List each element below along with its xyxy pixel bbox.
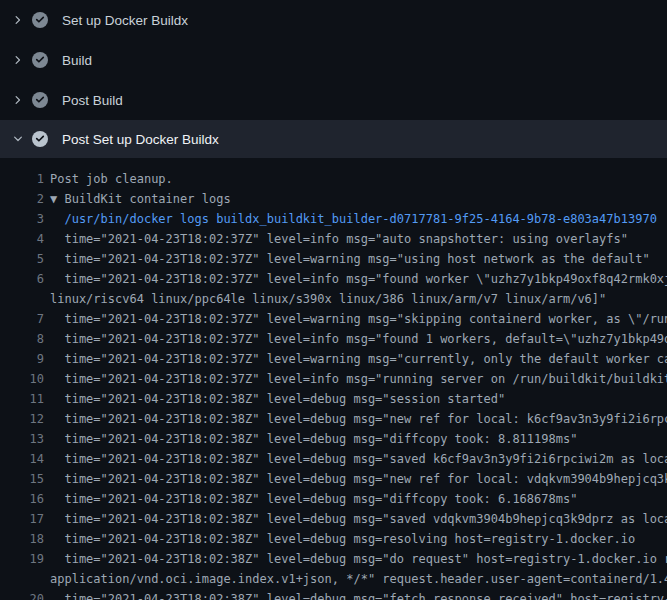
log-line-text: linux/riscv64 linux/ppc64le linux/s390x … bbox=[50, 289, 606, 309]
log-row: 17 time="2021-04-23T18:02:38Z" level=deb… bbox=[0, 509, 667, 529]
log-line-text: time="2021-04-23T18:02:38Z" level=debug … bbox=[50, 549, 667, 569]
log-line-number[interactable]: 7 bbox=[0, 309, 44, 329]
log-line-text: time="2021-04-23T18:02:37Z" level=info m… bbox=[50, 369, 667, 389]
log-line-number[interactable]: 11 bbox=[0, 389, 44, 409]
log-line-number[interactable]: 13 bbox=[0, 429, 44, 449]
log-line-text: time="2021-04-23T18:02:37Z" level=info m… bbox=[50, 329, 667, 349]
chevron-right-icon bbox=[10, 92, 26, 108]
log-row: 11 time="2021-04-23T18:02:38Z" level=deb… bbox=[0, 389, 667, 409]
check-circle-icon bbox=[32, 12, 48, 28]
log-row: application/vnd.oci.image.index.v1+json,… bbox=[0, 569, 667, 589]
log-line-number[interactable]: 12 bbox=[0, 409, 44, 429]
log-row: 18 time="2021-04-23T18:02:38Z" level=deb… bbox=[0, 529, 667, 549]
log-row: 20 time="2021-04-23T18:02:38Z" level=deb… bbox=[0, 589, 667, 600]
check-circle-icon bbox=[32, 52, 48, 68]
chevron-down-icon bbox=[10, 131, 26, 147]
log-line-text: time="2021-04-23T18:02:38Z" level=debug … bbox=[50, 529, 635, 549]
log-row: 14 time="2021-04-23T18:02:38Z" level=deb… bbox=[0, 449, 667, 469]
log-line-text: time="2021-04-23T18:02:38Z" level=debug … bbox=[50, 389, 505, 409]
log-line-number[interactable]: 19 bbox=[0, 549, 44, 569]
step-header-post-build[interactable]: Post Build bbox=[0, 80, 667, 120]
log-row: 9 time="2021-04-23T18:02:37Z" level=warn… bbox=[0, 349, 667, 369]
log-line-text: time="2021-04-23T18:02:38Z" level=debug … bbox=[50, 429, 577, 449]
log-line-text[interactable]: ▼ BuildKit container logs bbox=[50, 189, 231, 209]
actions-log-viewer: Set up Docker Buildx Build Post Build bbox=[0, 0, 667, 600]
log-row: 10 time="2021-04-23T18:02:37Z" level=inf… bbox=[0, 369, 667, 389]
log-line-text: time="2021-04-23T18:02:38Z" level=debug … bbox=[50, 589, 667, 600]
log-line-text: time="2021-04-23T18:02:37Z" level=warnin… bbox=[50, 249, 650, 269]
log-line-number[interactable]: 20 bbox=[0, 589, 44, 600]
step-header-build[interactable]: Build bbox=[0, 40, 667, 80]
check-circle-icon bbox=[32, 131, 48, 147]
log-line-number[interactable]: 8 bbox=[0, 329, 44, 349]
log-row: 7 time="2021-04-23T18:02:37Z" level=warn… bbox=[0, 309, 667, 329]
check-circle-icon bbox=[32, 92, 48, 108]
log-line-number[interactable]: 6 bbox=[0, 269, 44, 289]
step-label: Set up Docker Buildx bbox=[62, 13, 188, 28]
chevron-right-icon bbox=[10, 52, 26, 68]
log-line-text: time="2021-04-23T18:02:38Z" level=debug … bbox=[50, 409, 667, 429]
log-line-number[interactable]: 3 bbox=[0, 209, 44, 229]
chevron-right-icon bbox=[10, 12, 26, 28]
log-row: 6 time="2021-04-23T18:02:37Z" level=info… bbox=[0, 269, 667, 289]
log-line-text: time="2021-04-23T18:02:37Z" level=info m… bbox=[50, 229, 628, 249]
log-row: 12 time="2021-04-23T18:02:38Z" level=deb… bbox=[0, 409, 667, 429]
log-line-text: time="2021-04-23T18:02:38Z" level=debug … bbox=[50, 489, 577, 509]
log-row: linux/riscv64 linux/ppc64le linux/s390x … bbox=[0, 289, 667, 309]
log-line-number[interactable] bbox=[0, 289, 44, 309]
log-line-text: time="2021-04-23T18:02:37Z" level=warnin… bbox=[50, 309, 667, 329]
log-line-text: application/vnd.oci.image.index.v1+json,… bbox=[50, 569, 667, 589]
log-line-number[interactable]: 4 bbox=[0, 229, 44, 249]
log-line-text: time="2021-04-23T18:02:37Z" level=info m… bbox=[50, 269, 667, 289]
log-line-number[interactable]: 14 bbox=[0, 449, 44, 469]
step-header-post-set-up-docker-buildx[interactable]: Post Set up Docker Buildx bbox=[0, 120, 667, 158]
log-line-number[interactable]: 10 bbox=[0, 369, 44, 389]
log-row: 5 time="2021-04-23T18:02:37Z" level=warn… bbox=[0, 249, 667, 269]
step-label: Build bbox=[62, 53, 92, 68]
step-header-set-up-docker-buildx[interactable]: Set up Docker Buildx bbox=[0, 0, 667, 40]
log-line-text: /usr/bin/docker logs buildx_buildkit_bui… bbox=[50, 209, 657, 229]
log-row: 19 time="2021-04-23T18:02:38Z" level=deb… bbox=[0, 549, 667, 569]
log-line-number[interactable]: 16 bbox=[0, 489, 44, 509]
log-row: 1 Post job cleanup. bbox=[0, 169, 667, 189]
step-label: Post Build bbox=[62, 93, 123, 108]
log-line-text: time="2021-04-23T18:02:37Z" level=warnin… bbox=[50, 349, 667, 369]
log-row: 15 time="2021-04-23T18:02:38Z" level=deb… bbox=[0, 469, 667, 489]
log-line-number[interactable]: 2 bbox=[0, 189, 44, 209]
log-line-text: time="2021-04-23T18:02:38Z" level=debug … bbox=[50, 509, 667, 529]
log-line-number[interactable]: 9 bbox=[0, 349, 44, 369]
log-line-number[interactable]: 5 bbox=[0, 249, 44, 269]
log-row: 16 time="2021-04-23T18:02:38Z" level=deb… bbox=[0, 489, 667, 509]
log-row-command: 3 /usr/bin/docker logs buildx_buildkit_b… bbox=[0, 209, 667, 229]
log-line-text: Post job cleanup. bbox=[50, 169, 173, 189]
log-line-text: time="2021-04-23T18:02:38Z" level=debug … bbox=[50, 449, 667, 469]
log-line-number[interactable]: 17 bbox=[0, 509, 44, 529]
log-row: 13 time="2021-04-23T18:02:38Z" level=deb… bbox=[0, 429, 667, 449]
step-label: Post Set up Docker Buildx bbox=[62, 132, 219, 147]
log-output: 1 Post job cleanup. 2 ▼ BuildKit contain… bbox=[0, 158, 667, 600]
log-row: 8 time="2021-04-23T18:02:37Z" level=info… bbox=[0, 329, 667, 349]
log-line-number[interactable]: 18 bbox=[0, 529, 44, 549]
log-group-toggle: 2 ▼ BuildKit container logs bbox=[0, 189, 667, 209]
log-line-number[interactable]: 15 bbox=[0, 469, 44, 489]
log-line-text: time="2021-04-23T18:02:38Z" level=debug … bbox=[50, 469, 667, 489]
log-line-number[interactable]: 1 bbox=[0, 169, 44, 189]
log-line-number[interactable] bbox=[0, 569, 44, 589]
step-list: Set up Docker Buildx Build Post Build bbox=[0, 0, 667, 158]
log-row: 4 time="2021-04-23T18:02:37Z" level=info… bbox=[0, 229, 667, 249]
